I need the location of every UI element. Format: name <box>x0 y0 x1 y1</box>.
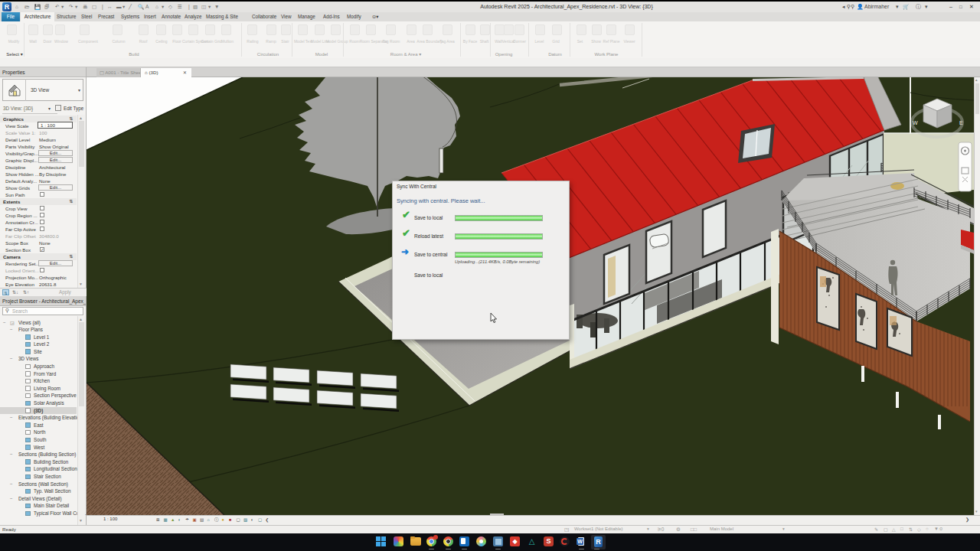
svg-text:W: W <box>913 120 918 126</box>
svg-text:E: E <box>959 120 963 126</box>
